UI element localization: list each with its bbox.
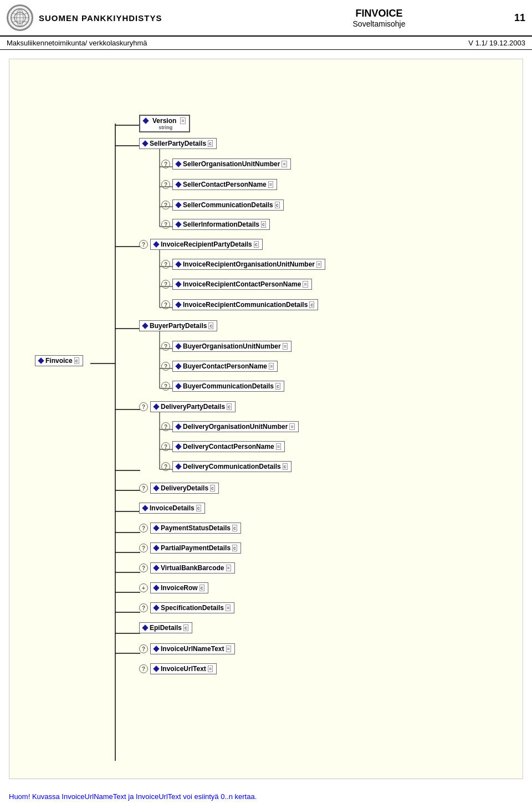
ircd-icon: c bbox=[309, 301, 314, 309]
virtual-bank-row: ? VirtualBankBarcode ≡ bbox=[139, 562, 235, 574]
spd2-q: ? bbox=[139, 603, 148, 612]
seller-party-details-row: SellerPartyDetails c bbox=[139, 138, 217, 149]
scpn-q: ? bbox=[161, 180, 170, 189]
bcpn-diamond bbox=[175, 363, 181, 369]
boun-diamond bbox=[175, 343, 181, 349]
version-row: Version ≡ string bbox=[139, 115, 190, 132]
seller-info-row: ? SellerInformationDetails c bbox=[161, 219, 270, 230]
bcd-diamond bbox=[175, 383, 181, 389]
iunt-diamond bbox=[153, 646, 159, 652]
bcd-q: ? bbox=[161, 382, 170, 391]
bcpn-icon: ≡ bbox=[269, 363, 274, 370]
soun-icon: ≡ bbox=[282, 161, 287, 168]
doun-q: ? bbox=[161, 422, 170, 431]
seller-org-unit-box: SellerOrganisationUnitNumber ≡ bbox=[172, 158, 291, 170]
invoice-details-row: InvoiceDetails c bbox=[139, 503, 205, 514]
dcpn-q: ? bbox=[161, 442, 170, 451]
ppd-icon: c bbox=[232, 545, 237, 552]
buyer-contact-box: BuyerContactPersonName ≡ bbox=[172, 361, 278, 372]
scd-diamond bbox=[175, 202, 181, 208]
version-date: V 1.1/ 19.12.2003 bbox=[468, 39, 525, 47]
bpd-label: BuyerPartyDetails bbox=[150, 322, 207, 330]
boun-q: ? bbox=[161, 342, 170, 351]
delivery-org-unit-row: ? DeliveryOrganisationUnitNumber ≡ bbox=[161, 421, 299, 432]
invoice-url-text-row: ? InvoiceUrlText ≡ bbox=[139, 663, 217, 674]
dd-icon: c bbox=[210, 485, 215, 492]
ppd-q: ? bbox=[139, 544, 148, 552]
dpd-q: ? bbox=[139, 402, 148, 411]
invoice-row-row: + InvoiceRow c bbox=[139, 582, 208, 593]
sid-label: SellerInformationDetails bbox=[183, 221, 259, 228]
spd-diamond bbox=[142, 140, 148, 146]
delivery-details-box: DeliveryDetails c bbox=[150, 483, 219, 494]
scpn-diamond bbox=[175, 181, 181, 187]
invoice-url-text-box: InvoiceUrlText ≡ bbox=[150, 663, 217, 674]
soun-diamond bbox=[175, 161, 181, 167]
bcpn-q: ? bbox=[161, 362, 170, 371]
delivery-party-row: ? DeliveryPartyDetails c bbox=[139, 401, 236, 412]
irpd-q: ? bbox=[139, 240, 148, 249]
version-sub: string bbox=[156, 125, 172, 130]
seller-comm-row: ? SellerCommunicationDetails c bbox=[161, 199, 284, 211]
version-list-icon: ≡ bbox=[180, 117, 185, 125]
bcpn-label: BuyerContactPersonName bbox=[183, 362, 267, 370]
ppd-label: PartialPaymentDetails bbox=[161, 544, 231, 552]
partial-payment-row: ? PartialPaymentDetails c bbox=[139, 542, 241, 554]
spd2-diamond bbox=[153, 605, 159, 611]
iroun-label: InvoiceRecipientOrganisationUnitNumber bbox=[183, 260, 315, 268]
spd2-icon: ≡ bbox=[226, 605, 231, 612]
invoice-row-box: InvoiceRow c bbox=[150, 582, 208, 593]
scd-q: ? bbox=[161, 201, 170, 209]
sid-q: ? bbox=[161, 220, 170, 229]
vbb-icon: ≡ bbox=[226, 565, 231, 572]
doc-title: FINVOICE bbox=[255, 8, 503, 19]
doc-subtitle: Soveltamisohje bbox=[255, 19, 503, 28]
seller-contact-box: SellerContactPersonName ≡ bbox=[172, 179, 277, 190]
ircd-label: InvoiceRecipientCommunicationDetails bbox=[183, 301, 308, 309]
ircd-diamond bbox=[175, 301, 181, 308]
virtual-bank-box: VirtualBankBarcode ≡ bbox=[150, 562, 235, 574]
doun-label: DeliveryOrganisationUnitNumber bbox=[183, 423, 288, 431]
inv-rec-org-unit-box: InvoiceRecipientOrganisationUnitNumber ≡ bbox=[172, 259, 325, 270]
footer-note: Huom! Kuvassa InvoiceUrlNameText ja Invo… bbox=[0, 788, 532, 805]
iroun-icon: ≡ bbox=[316, 261, 321, 268]
page-header: Suomen Pankkiyhdistys FINVOICE Soveltami… bbox=[0, 0, 532, 37]
finvoice-label: Finvoice bbox=[45, 357, 73, 365]
dd-diamond bbox=[153, 485, 159, 491]
inv-rec-contact-row: ? InvoiceRecipientContactPersonName ≡ bbox=[161, 279, 312, 290]
version-diamond bbox=[142, 117, 149, 124]
dcd-q: ? bbox=[161, 462, 170, 471]
inv-rec-comm-row: ? InvoiceRecipientCommunicationDetails c bbox=[161, 299, 318, 310]
dd-label: DeliveryDetails bbox=[161, 484, 208, 492]
iunt-label: InvoiceUrlNameText bbox=[161, 645, 224, 653]
invoice-url-name-box: InvoiceUrlNameText ≡ bbox=[150, 643, 235, 654]
delivery-comm-row: ? DeliveryCommunicationDetails c bbox=[161, 461, 291, 472]
irpd-diamond bbox=[153, 241, 159, 247]
spd-label: SellerPartyDetails bbox=[150, 140, 206, 147]
soun-label: SellerOrganisationUnitNumber bbox=[183, 160, 280, 168]
delivery-org-unit-box: DeliveryOrganisationUnitNumber ≡ bbox=[172, 421, 299, 432]
psd-q: ? bbox=[139, 524, 148, 532]
org-logo bbox=[7, 4, 33, 31]
ed-icon: c bbox=[183, 624, 188, 632]
finvoice-root-node: Finvoice c bbox=[35, 355, 83, 366]
buyer-contact-row: ? BuyerContactPersonName ≡ bbox=[161, 361, 278, 372]
vbb-label: VirtualBankBarcode bbox=[161, 564, 224, 572]
irpd-icon: c bbox=[254, 241, 259, 248]
bpd-diamond bbox=[142, 322, 148, 329]
iroun-q: ? bbox=[161, 260, 170, 269]
dcpn-diamond bbox=[175, 443, 181, 449]
subheader: Maksuliikennetoimikunta/ verkkolaskuryhm… bbox=[0, 37, 532, 50]
ppd-diamond bbox=[153, 545, 159, 551]
ircpn-label: InvoiceRecipientContactPersonName bbox=[183, 280, 301, 288]
spd2-label: SpecificationDetails bbox=[161, 604, 224, 612]
bpd-icon: c bbox=[208, 322, 213, 330]
seller-comm-box: SellerCommunicationDetails c bbox=[172, 199, 284, 211]
ir-diamond bbox=[153, 585, 159, 591]
scpn-icon: ≡ bbox=[268, 181, 273, 188]
buyer-comm-box: BuyerCommunicationDetails c bbox=[172, 381, 284, 392]
delivery-comm-box: DeliveryCommunicationDetails c bbox=[172, 461, 291, 472]
delivery-contact-row: ? DeliveryContactPersonName ≡ bbox=[161, 441, 285, 452]
sid-diamond bbox=[175, 221, 181, 227]
inv-rec-party-row: ? InvoiceRecipientPartyDetails c bbox=[139, 239, 263, 250]
